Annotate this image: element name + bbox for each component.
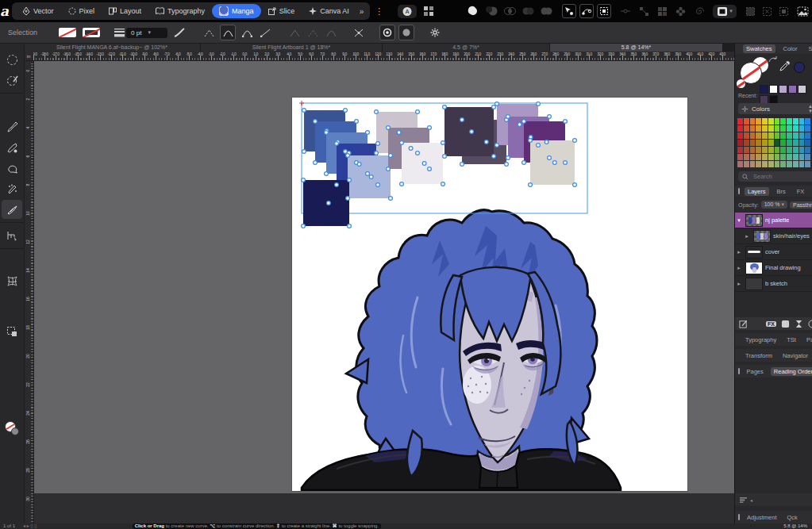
node-handle[interactable] bbox=[505, 163, 509, 167]
color-swatch-cell[interactable] bbox=[787, 140, 792, 146]
eyedropper-swatch[interactable] bbox=[794, 62, 805, 73]
node-handle[interactable] bbox=[348, 178, 352, 182]
color-swatch-cell[interactable] bbox=[775, 132, 780, 139]
node-handle[interactable] bbox=[376, 183, 380, 187]
color-swatch-cell[interactable] bbox=[805, 140, 810, 146]
node-handle[interactable] bbox=[346, 197, 350, 201]
node-handle[interactable] bbox=[397, 131, 401, 135]
snap-on-curves-toggle[interactable] bbox=[379, 25, 395, 40]
pixel-pencil-tool[interactable] bbox=[2, 179, 22, 198]
color-swatch-cell[interactable] bbox=[793, 154, 799, 160]
color-swatch-cell[interactable] bbox=[756, 125, 761, 132]
node-handle[interactable] bbox=[460, 118, 464, 122]
symbol-button[interactable] bbox=[674, 5, 687, 17]
color-swatch-cell[interactable] bbox=[756, 140, 761, 146]
node-handle[interactable] bbox=[376, 142, 380, 146]
node-handle[interactable] bbox=[537, 102, 541, 106]
color-swatch-cell[interactable] bbox=[762, 161, 768, 167]
disclosure-icon[interactable]: ▸ bbox=[735, 249, 743, 255]
node-handle[interactable] bbox=[366, 172, 370, 176]
node-handle[interactable] bbox=[366, 131, 370, 135]
color-swatch-cell[interactable] bbox=[762, 132, 768, 139]
boolean-add-button[interactable] bbox=[467, 5, 479, 17]
node-handle[interactable] bbox=[314, 120, 317, 124]
node-handle[interactable] bbox=[573, 139, 577, 143]
node-handle[interactable] bbox=[495, 144, 499, 148]
color-swatch-cell[interactable] bbox=[744, 132, 749, 139]
color-swatch-cell[interactable] bbox=[775, 118, 780, 125]
persona-pixel[interactable]: Pixel bbox=[61, 4, 102, 18]
color-swatch-cell[interactable] bbox=[768, 161, 774, 167]
node-handle[interactable] bbox=[346, 154, 350, 158]
mask-icon[interactable] bbox=[781, 320, 790, 328]
node-handle[interactable] bbox=[573, 183, 577, 187]
color-swatch-cell[interactable] bbox=[799, 147, 805, 153]
selection-marquee-button[interactable] bbox=[745, 5, 757, 17]
distribute-button[interactable] bbox=[637, 5, 650, 17]
color-swatch-cell[interactable] bbox=[762, 118, 768, 125]
color-swatch-cell[interactable] bbox=[805, 147, 810, 153]
fx-button[interactable]: FX bbox=[766, 321, 776, 327]
node-handle[interactable] bbox=[518, 123, 521, 127]
vector-pen-tool[interactable] bbox=[2, 200, 22, 219]
node-handle[interactable] bbox=[357, 163, 361, 167]
node-sharp-button[interactable] bbox=[202, 25, 216, 40]
invert-selection-button[interactable] bbox=[778, 5, 791, 17]
break-curve-button[interactable] bbox=[352, 25, 366, 40]
color-swatch-cell[interactable] bbox=[799, 118, 805, 125]
zoom-readout[interactable]: 5.8 @ 14% bbox=[783, 523, 807, 529]
vertical-ruler[interactable]: 02468101214161820222426283032 bbox=[24, 60, 34, 523]
color-swatch-cell[interactable] bbox=[768, 147, 774, 153]
persona-vector[interactable]: Vector bbox=[15, 4, 61, 18]
tab-navigator[interactable]: Navigator bbox=[779, 351, 811, 360]
layer-row-final-drawing[interactable]: ▸ Final drawing bbox=[735, 260, 812, 276]
persona-canva-ai[interactable]: Canva AI bbox=[302, 4, 356, 18]
tab-pages[interactable]: Pages bbox=[744, 367, 767, 376]
color-swatch-cell[interactable] bbox=[775, 154, 780, 160]
color-swatch-cell[interactable] bbox=[768, 118, 774, 125]
node-handle[interactable] bbox=[355, 120, 359, 124]
node-handle[interactable] bbox=[302, 224, 306, 228]
color-swatch-cell[interactable] bbox=[799, 140, 805, 146]
layer-thumbnail[interactable] bbox=[745, 278, 763, 290]
panel-handle[interactable] bbox=[738, 514, 740, 520]
node-handle[interactable] bbox=[443, 155, 447, 159]
toolbar-menu-button[interactable]: ⋮ bbox=[370, 6, 388, 17]
node-handle[interactable] bbox=[400, 141, 404, 145]
node-handle[interactable] bbox=[506, 156, 510, 160]
color-swatch-cell[interactable] bbox=[744, 118, 749, 125]
recent-swatch[interactable] bbox=[788, 85, 797, 94]
convert-smooth-button[interactable] bbox=[306, 25, 320, 40]
color-swatch-cell[interactable] bbox=[750, 118, 756, 125]
persona-slice[interactable]: Slice bbox=[261, 4, 302, 18]
tab-transform[interactable]: Transform bbox=[742, 351, 775, 360]
settings-gear-button[interactable] bbox=[428, 25, 442, 40]
recent-swatch[interactable] bbox=[769, 85, 778, 94]
color-blocks-button[interactable] bbox=[656, 5, 668, 17]
node-handle[interactable] bbox=[375, 110, 379, 114]
layer-thumbnail[interactable] bbox=[753, 230, 771, 243]
tab-reading-order[interactable]: Reading Order bbox=[771, 367, 812, 376]
disclosure-icon[interactable]: ▸ bbox=[735, 281, 743, 287]
color-swatch-cell[interactable] bbox=[737, 125, 743, 132]
horizontal-ruler[interactable]: in -19.0-18.0-17.0-16.0-15.0-14.0-13.0-1… bbox=[24, 52, 734, 61]
color-swatch-cell[interactable] bbox=[768, 154, 774, 160]
color-swatch-cell[interactable] bbox=[799, 154, 805, 160]
color-swatch-cell[interactable] bbox=[775, 147, 780, 153]
select-object-button[interactable] bbox=[562, 4, 576, 18]
panel-handle[interactable] bbox=[738, 188, 740, 194]
color-swatch-cell[interactable] bbox=[744, 161, 749, 167]
color-swatch-cell[interactable] bbox=[756, 132, 761, 139]
color-swatch-cell[interactable] bbox=[768, 125, 774, 132]
color-swatch-cell[interactable] bbox=[744, 140, 749, 146]
convert-smart-button[interactable] bbox=[324, 25, 338, 40]
disclosure-icon[interactable]: ▸ bbox=[743, 233, 751, 240]
marquee-rect-tool[interactable] bbox=[2, 322, 22, 341]
color-swatch-cell[interactable] bbox=[780, 161, 786, 167]
color-swatch-cell[interactable] bbox=[793, 147, 799, 153]
panel-handle[interactable] bbox=[738, 368, 740, 374]
node-line-button[interactable] bbox=[258, 25, 272, 40]
node-handle[interactable] bbox=[302, 178, 306, 182]
node-handle[interactable] bbox=[409, 147, 413, 151]
marquee-ellipse-tool[interactable] bbox=[2, 50, 22, 69]
